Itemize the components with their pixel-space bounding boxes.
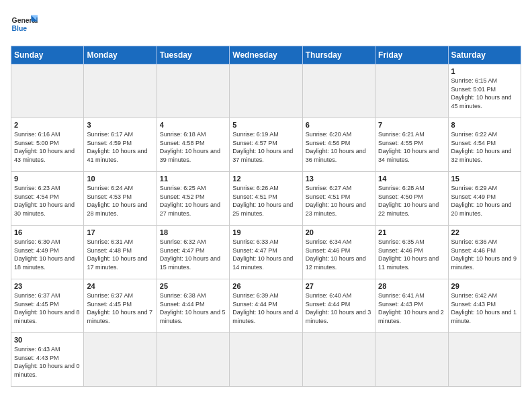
day-info: Sunrise: 6:43 AM Sunset: 4:43 PM Dayligh…: [14, 345, 81, 379]
day-number: 4: [160, 121, 226, 129]
calendar-row: 16Sunrise: 6:30 AM Sunset: 4:49 PM Dayli…: [11, 226, 521, 279]
calendar-cell: [157, 333, 229, 387]
day-number: 2: [14, 121, 81, 129]
day-info: Sunrise: 6:41 AM Sunset: 4:43 PM Dayligh…: [378, 291, 445, 325]
day-number: 23: [14, 282, 81, 290]
day-info: Sunrise: 6:34 AM Sunset: 4:46 PM Dayligh…: [306, 238, 372, 271]
day-number: 22: [451, 228, 518, 236]
calendar-cell: 17Sunrise: 6:31 AM Sunset: 4:48 PM Dayli…: [84, 226, 157, 279]
calendar-cell: [230, 64, 302, 118]
day-number: 12: [232, 175, 299, 183]
weekday-header-saturday: Saturday: [448, 46, 521, 64]
calendar-cell: [375, 333, 448, 387]
day-info: Sunrise: 6:31 AM Sunset: 4:48 PM Dayligh…: [87, 238, 153, 271]
calendar-cell: 28Sunrise: 6:41 AM Sunset: 4:43 PM Dayli…: [375, 279, 448, 333]
day-number: 14: [378, 175, 445, 183]
calendar-cell: 22Sunrise: 6:36 AM Sunset: 4:46 PM Dayli…: [448, 226, 521, 279]
day-number: 19: [232, 228, 299, 236]
calendar-cell: [448, 333, 521, 387]
day-number: 9: [14, 175, 81, 183]
calendar-row: 23Sunrise: 6:37 AM Sunset: 4:45 PM Dayli…: [11, 279, 521, 333]
day-number: 30: [14, 336, 81, 344]
day-number: 24: [87, 282, 153, 290]
calendar-cell: 15Sunrise: 6:29 AM Sunset: 4:49 PM Dayli…: [448, 172, 521, 226]
day-number: 28: [378, 282, 445, 290]
calendar-cell: 8Sunrise: 6:22 AM Sunset: 4:54 PM Daylig…: [448, 118, 521, 172]
calendar-cell: 3Sunrise: 6:17 AM Sunset: 4:59 PM Daylig…: [84, 118, 157, 172]
calendar-cell: 4Sunrise: 6:18 AM Sunset: 4:58 PM Daylig…: [157, 118, 229, 172]
day-number: 17: [87, 228, 153, 236]
calendar-cell: 20Sunrise: 6:34 AM Sunset: 4:46 PM Dayli…: [302, 226, 375, 279]
calendar-cell: 24Sunrise: 6:37 AM Sunset: 4:45 PM Dayli…: [84, 279, 157, 333]
calendar-cell: 25Sunrise: 6:38 AM Sunset: 4:44 PM Dayli…: [157, 279, 229, 333]
day-info: Sunrise: 6:37 AM Sunset: 4:45 PM Dayligh…: [14, 291, 81, 325]
day-info: Sunrise: 6:35 AM Sunset: 4:46 PM Dayligh…: [378, 238, 445, 271]
day-number: 11: [160, 175, 226, 183]
calendar-cell: 14Sunrise: 6:28 AM Sunset: 4:50 PM Dayli…: [375, 172, 448, 226]
day-info: Sunrise: 6:33 AM Sunset: 4:47 PM Dayligh…: [232, 238, 299, 271]
calendar-cell: [230, 333, 302, 387]
page-header: General Blue: [11, 11, 521, 38]
calendar-table: SundayMondayTuesdayWednesdayThursdayFrid…: [11, 46, 521, 387]
day-info: Sunrise: 6:32 AM Sunset: 4:47 PM Dayligh…: [160, 238, 226, 271]
calendar-cell: 27Sunrise: 6:40 AM Sunset: 4:44 PM Dayli…: [302, 279, 375, 333]
day-info: Sunrise: 6:36 AM Sunset: 4:46 PM Dayligh…: [451, 238, 518, 271]
day-number: 13: [306, 175, 372, 183]
calendar-cell: 26Sunrise: 6:39 AM Sunset: 4:44 PM Dayli…: [230, 279, 302, 333]
day-info: Sunrise: 6:40 AM Sunset: 4:44 PM Dayligh…: [306, 291, 372, 325]
day-info: Sunrise: 6:29 AM Sunset: 4:49 PM Dayligh…: [451, 184, 518, 218]
day-info: Sunrise: 6:42 AM Sunset: 4:43 PM Dayligh…: [451, 291, 518, 325]
calendar-row: 9Sunrise: 6:23 AM Sunset: 4:54 PM Daylig…: [11, 172, 521, 226]
day-info: Sunrise: 6:25 AM Sunset: 4:52 PM Dayligh…: [160, 184, 226, 218]
calendar-cell: 7Sunrise: 6:21 AM Sunset: 4:55 PM Daylig…: [375, 118, 448, 172]
day-info: Sunrise: 6:21 AM Sunset: 4:55 PM Dayligh…: [378, 130, 445, 164]
day-info: Sunrise: 6:18 AM Sunset: 4:58 PM Dayligh…: [160, 130, 226, 164]
logo: General Blue: [11, 11, 38, 38]
weekday-header-monday: Monday: [84, 46, 157, 64]
day-info: Sunrise: 6:26 AM Sunset: 4:51 PM Dayligh…: [232, 184, 299, 218]
weekday-header-wednesday: Wednesday: [230, 46, 302, 64]
day-number: 18: [160, 228, 226, 236]
day-info: Sunrise: 6:24 AM Sunset: 4:53 PM Dayligh…: [87, 184, 153, 218]
calendar-row: 30Sunrise: 6:43 AM Sunset: 4:43 PM Dayli…: [11, 333, 521, 387]
day-info: Sunrise: 6:30 AM Sunset: 4:49 PM Dayligh…: [14, 238, 81, 271]
calendar-cell: 23Sunrise: 6:37 AM Sunset: 4:45 PM Dayli…: [11, 279, 84, 333]
calendar-cell: 1Sunrise: 6:15 AM Sunset: 5:01 PM Daylig…: [448, 64, 521, 118]
day-info: Sunrise: 6:15 AM Sunset: 5:01 PM Dayligh…: [451, 77, 518, 110]
weekday-header-row: SundayMondayTuesdayWednesdayThursdayFrid…: [11, 46, 521, 64]
day-info: Sunrise: 6:28 AM Sunset: 4:50 PM Dayligh…: [378, 184, 445, 218]
weekday-header-tuesday: Tuesday: [157, 46, 229, 64]
day-info: Sunrise: 6:19 AM Sunset: 4:57 PM Dayligh…: [232, 130, 299, 164]
svg-text:Blue: Blue: [12, 25, 28, 32]
calendar-row: 1Sunrise: 6:15 AM Sunset: 5:01 PM Daylig…: [11, 64, 521, 118]
day-number: 8: [451, 121, 518, 129]
calendar-cell: 29Sunrise: 6:42 AM Sunset: 4:43 PM Dayli…: [448, 279, 521, 333]
day-info: Sunrise: 6:17 AM Sunset: 4:59 PM Dayligh…: [87, 130, 153, 164]
day-number: 27: [306, 282, 372, 290]
day-number: 6: [306, 121, 372, 129]
calendar-cell: 16Sunrise: 6:30 AM Sunset: 4:49 PM Dayli…: [11, 226, 84, 279]
calendar-cell: [84, 333, 157, 387]
calendar-cell: 21Sunrise: 6:35 AM Sunset: 4:46 PM Dayli…: [375, 226, 448, 279]
logo-icon: General Blue: [11, 11, 38, 38]
calendar-cell: [375, 64, 448, 118]
calendar-cell: 5Sunrise: 6:19 AM Sunset: 4:57 PM Daylig…: [230, 118, 302, 172]
day-info: Sunrise: 6:37 AM Sunset: 4:45 PM Dayligh…: [87, 291, 153, 325]
day-number: 26: [232, 282, 299, 290]
calendar-cell: 11Sunrise: 6:25 AM Sunset: 4:52 PM Dayli…: [157, 172, 229, 226]
day-info: Sunrise: 6:23 AM Sunset: 4:54 PM Dayligh…: [14, 184, 81, 218]
day-info: Sunrise: 6:16 AM Sunset: 5:00 PM Dayligh…: [14, 130, 81, 164]
calendar-cell: 18Sunrise: 6:32 AM Sunset: 4:47 PM Dayli…: [157, 226, 229, 279]
day-number: 5: [232, 121, 299, 129]
day-number: 7: [378, 121, 445, 129]
day-number: 21: [378, 228, 445, 236]
day-number: 10: [87, 175, 153, 183]
calendar-cell: 6Sunrise: 6:20 AM Sunset: 4:56 PM Daylig…: [302, 118, 375, 172]
day-info: Sunrise: 6:27 AM Sunset: 4:51 PM Dayligh…: [306, 184, 372, 218]
calendar-cell: 12Sunrise: 6:26 AM Sunset: 4:51 PM Dayli…: [230, 172, 302, 226]
calendar-cell: 19Sunrise: 6:33 AM Sunset: 4:47 PM Dayli…: [230, 226, 302, 279]
calendar-cell: [302, 64, 375, 118]
day-info: Sunrise: 6:38 AM Sunset: 4:44 PM Dayligh…: [160, 291, 226, 325]
day-number: 3: [87, 121, 153, 129]
calendar-cell: [84, 64, 157, 118]
